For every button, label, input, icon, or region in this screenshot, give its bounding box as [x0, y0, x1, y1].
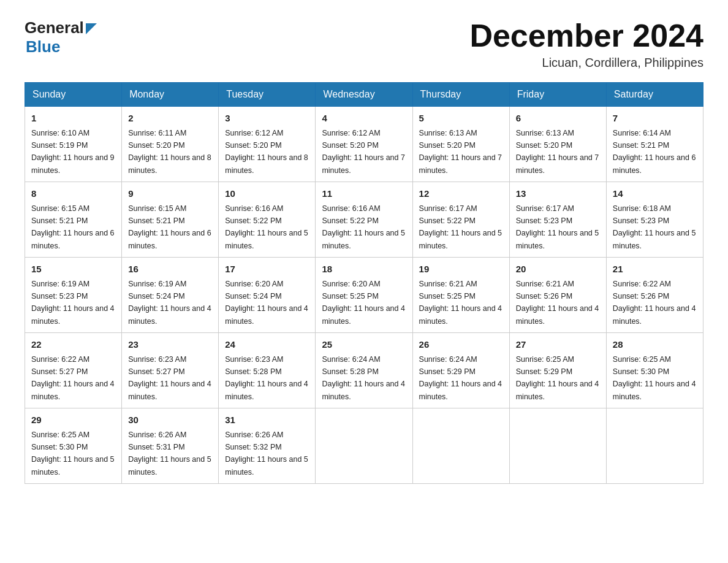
- title-section: December 2024 Licuan, Cordillera, Philip…: [469, 18, 703, 70]
- day-number: 8: [31, 187, 115, 201]
- day-number: 1: [31, 112, 115, 126]
- day-number: 11: [322, 187, 406, 201]
- day-number: 6: [516, 112, 600, 126]
- day-info: Sunrise: 6:17 AMSunset: 5:23 PMDaylight:…: [516, 204, 599, 250]
- week-row-4: 22 Sunrise: 6:22 AMSunset: 5:27 PMDaylig…: [25, 333, 703, 408]
- day-number: 2: [128, 112, 212, 126]
- day-info: Sunrise: 6:12 AMSunset: 5:20 PMDaylight:…: [225, 129, 308, 175]
- calendar-cell: 26 Sunrise: 6:24 AMSunset: 5:29 PMDaylig…: [412, 333, 509, 408]
- calendar-cell: 18 Sunrise: 6:20 AMSunset: 5:25 PMDaylig…: [316, 258, 412, 333]
- calendar-cell: 12 Sunrise: 6:17 AMSunset: 5:22 PMDaylig…: [412, 182, 509, 258]
- week-row-5: 29 Sunrise: 6:25 AMSunset: 5:30 PMDaylig…: [25, 408, 703, 484]
- col-tuesday: Tuesday: [219, 83, 316, 107]
- calendar-cell: 8 Sunrise: 6:15 AMSunset: 5:21 PMDayligh…: [25, 182, 122, 258]
- day-number: 3: [225, 112, 309, 126]
- day-info: Sunrise: 6:13 AMSunset: 5:20 PMDaylight:…: [516, 129, 599, 175]
- calendar-cell: 31 Sunrise: 6:26 AMSunset: 5:32 PMDaylig…: [219, 408, 316, 484]
- calendar-cell: 5 Sunrise: 6:13 AMSunset: 5:20 PMDayligh…: [412, 107, 509, 182]
- month-title: December 2024: [469, 18, 703, 53]
- day-info: Sunrise: 6:15 AMSunset: 5:21 PMDaylight:…: [31, 204, 115, 250]
- day-number: 23: [128, 338, 212, 352]
- calendar-cell: 1 Sunrise: 6:10 AMSunset: 5:19 PMDayligh…: [25, 107, 122, 182]
- day-info: Sunrise: 6:21 AMSunset: 5:26 PMDaylight:…: [516, 280, 599, 326]
- calendar-cell: [412, 408, 509, 484]
- calendar-cell: 11 Sunrise: 6:16 AMSunset: 5:22 PMDaylig…: [316, 182, 412, 258]
- calendar-cell: 24 Sunrise: 6:23 AMSunset: 5:28 PMDaylig…: [219, 333, 316, 408]
- day-number: 18: [322, 262, 406, 277]
- calendar-cell: [606, 408, 703, 484]
- day-info: Sunrise: 6:24 AMSunset: 5:28 PMDaylight:…: [322, 355, 405, 401]
- calendar-cell: 28 Sunrise: 6:25 AMSunset: 5:30 PMDaylig…: [606, 333, 703, 408]
- col-sunday: Sunday: [25, 83, 122, 107]
- calendar-cell: 2 Sunrise: 6:11 AMSunset: 5:20 PMDayligh…: [122, 107, 219, 182]
- day-info: Sunrise: 6:21 AMSunset: 5:25 PMDaylight:…: [419, 280, 502, 326]
- day-info: Sunrise: 6:22 AMSunset: 5:27 PMDaylight:…: [31, 355, 115, 401]
- col-wednesday: Wednesday: [316, 83, 412, 107]
- day-number: 27: [516, 338, 600, 352]
- day-number: 12: [419, 187, 503, 201]
- calendar-cell: 22 Sunrise: 6:22 AMSunset: 5:27 PMDaylig…: [25, 333, 122, 408]
- week-row-1: 1 Sunrise: 6:10 AMSunset: 5:19 PMDayligh…: [25, 107, 703, 182]
- calendar-cell: 23 Sunrise: 6:23 AMSunset: 5:27 PMDaylig…: [122, 333, 219, 408]
- page-header: General Blue December 2024 Licuan, Cordi…: [25, 18, 703, 70]
- day-info: Sunrise: 6:23 AMSunset: 5:27 PMDaylight:…: [128, 355, 211, 401]
- day-number: 25: [322, 338, 406, 352]
- day-number: 29: [31, 413, 115, 427]
- day-info: Sunrise: 6:17 AMSunset: 5:22 PMDaylight:…: [419, 204, 502, 250]
- day-info: Sunrise: 6:20 AMSunset: 5:25 PMDaylight:…: [322, 280, 405, 326]
- calendar-cell: 13 Sunrise: 6:17 AMSunset: 5:23 PMDaylig…: [509, 182, 606, 258]
- calendar-cell: 14 Sunrise: 6:18 AMSunset: 5:23 PMDaylig…: [606, 182, 703, 258]
- day-info: Sunrise: 6:25 AMSunset: 5:30 PMDaylight:…: [31, 431, 115, 477]
- day-info: Sunrise: 6:10 AMSunset: 5:19 PMDaylight:…: [31, 129, 115, 175]
- day-info: Sunrise: 6:14 AMSunset: 5:21 PMDaylight:…: [613, 129, 696, 175]
- day-info: Sunrise: 6:19 AMSunset: 5:24 PMDaylight:…: [128, 280, 211, 326]
- day-number: 14: [613, 187, 697, 201]
- calendar-cell: 7 Sunrise: 6:14 AMSunset: 5:21 PMDayligh…: [606, 107, 703, 182]
- calendar-cell: 6 Sunrise: 6:13 AMSunset: 5:20 PMDayligh…: [509, 107, 606, 182]
- calendar-cell: 30 Sunrise: 6:26 AMSunset: 5:31 PMDaylig…: [122, 408, 219, 484]
- col-thursday: Thursday: [412, 83, 509, 107]
- calendar-cell: 10 Sunrise: 6:16 AMSunset: 5:22 PMDaylig…: [219, 182, 316, 258]
- calendar-cell: 16 Sunrise: 6:19 AMSunset: 5:24 PMDaylig…: [122, 258, 219, 333]
- calendar-cell: 17 Sunrise: 6:20 AMSunset: 5:24 PMDaylig…: [219, 258, 316, 333]
- calendar-cell: [509, 408, 606, 484]
- calendar-cell: 15 Sunrise: 6:19 AMSunset: 5:23 PMDaylig…: [25, 258, 122, 333]
- day-number: 17: [225, 262, 309, 277]
- day-info: Sunrise: 6:19 AMSunset: 5:23 PMDaylight:…: [31, 280, 115, 326]
- calendar-cell: 3 Sunrise: 6:12 AMSunset: 5:20 PMDayligh…: [219, 107, 316, 182]
- day-number: 7: [613, 112, 697, 126]
- day-number: 28: [613, 338, 697, 352]
- calendar-cell: 4 Sunrise: 6:12 AMSunset: 5:20 PMDayligh…: [316, 107, 412, 182]
- col-friday: Friday: [509, 83, 606, 107]
- day-info: Sunrise: 6:12 AMSunset: 5:20 PMDaylight:…: [322, 129, 405, 175]
- calendar-cell: 21 Sunrise: 6:22 AMSunset: 5:26 PMDaylig…: [606, 258, 703, 333]
- col-monday: Monday: [122, 83, 219, 107]
- day-number: 16: [128, 262, 212, 277]
- svg-marker-0: [86, 23, 97, 34]
- day-number: 9: [128, 187, 212, 201]
- day-info: Sunrise: 6:15 AMSunset: 5:21 PMDaylight:…: [128, 204, 211, 250]
- day-info: Sunrise: 6:25 AMSunset: 5:29 PMDaylight:…: [516, 355, 599, 401]
- calendar-cell: 29 Sunrise: 6:25 AMSunset: 5:30 PMDaylig…: [25, 408, 122, 484]
- day-info: Sunrise: 6:13 AMSunset: 5:20 PMDaylight:…: [419, 129, 502, 175]
- day-number: 10: [225, 187, 309, 201]
- day-info: Sunrise: 6:16 AMSunset: 5:22 PMDaylight:…: [225, 204, 308, 250]
- day-info: Sunrise: 6:22 AMSunset: 5:26 PMDaylight:…: [613, 280, 696, 326]
- location-title: Licuan, Cordillera, Philippines: [469, 56, 703, 70]
- day-number: 13: [516, 187, 600, 201]
- logo-general-text: General: [25, 18, 84, 37]
- day-number: 4: [322, 112, 406, 126]
- day-info: Sunrise: 6:26 AMSunset: 5:32 PMDaylight:…: [225, 431, 308, 477]
- calendar-table: Sunday Monday Tuesday Wednesday Thursday…: [25, 82, 703, 484]
- day-number: 22: [31, 338, 115, 352]
- day-info: Sunrise: 6:23 AMSunset: 5:28 PMDaylight:…: [225, 355, 308, 401]
- calendar-cell: 19 Sunrise: 6:21 AMSunset: 5:25 PMDaylig…: [412, 258, 509, 333]
- calendar-cell: 20 Sunrise: 6:21 AMSunset: 5:26 PMDaylig…: [509, 258, 606, 333]
- day-number: 30: [128, 413, 212, 427]
- logo-arrow-icon: [86, 23, 97, 34]
- day-number: 20: [516, 262, 600, 277]
- day-number: 21: [613, 262, 697, 277]
- day-number: 31: [225, 413, 309, 427]
- col-saturday: Saturday: [606, 83, 703, 107]
- logo-blue-text: Blue: [26, 37, 60, 56]
